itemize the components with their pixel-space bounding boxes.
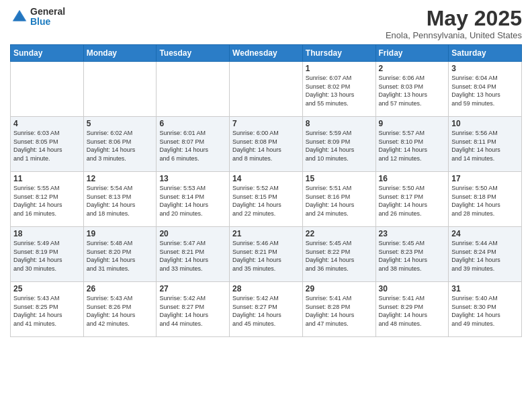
calendar-header-row: Sunday Monday Tuesday Wednesday Thursday… xyxy=(11,45,522,62)
day-number: 9 xyxy=(379,119,446,128)
day-number: 24 xyxy=(451,229,519,238)
day-info: Sunrise: 5:43 AM Sunset: 8:25 PM Dayligh… xyxy=(13,294,81,328)
table-row: 1Sunrise: 6:07 AM Sunset: 8:02 PM Daylig… xyxy=(302,62,375,117)
day-info: Sunrise: 5:53 AM Sunset: 8:14 PM Dayligh… xyxy=(159,184,226,218)
header-saturday: Saturday xyxy=(449,45,522,62)
day-info: Sunrise: 5:51 AM Sunset: 8:16 PM Dayligh… xyxy=(306,184,373,218)
day-info: Sunrise: 6:03 AM Sunset: 8:05 PM Dayligh… xyxy=(13,129,81,163)
day-number: 18 xyxy=(13,229,81,238)
day-info: Sunrise: 5:49 AM Sunset: 8:19 PM Dayligh… xyxy=(13,239,81,273)
day-info: Sunrise: 5:56 AM Sunset: 8:11 PM Dayligh… xyxy=(451,129,519,163)
header-tuesday: Tuesday xyxy=(157,45,230,62)
day-number: 31 xyxy=(451,284,519,293)
header-wednesday: Wednesday xyxy=(230,45,303,62)
day-number: 17 xyxy=(451,174,519,183)
day-info: Sunrise: 5:46 AM Sunset: 8:21 PM Dayligh… xyxy=(232,239,300,273)
day-number: 16 xyxy=(379,174,446,183)
day-info: Sunrise: 5:57 AM Sunset: 8:10 PM Dayligh… xyxy=(379,129,446,163)
day-number: 4 xyxy=(13,119,81,128)
calendar-table: Sunday Monday Tuesday Wednesday Thursday… xyxy=(10,44,522,337)
header-sunday: Sunday xyxy=(11,45,84,62)
table-row: 19Sunrise: 5:48 AM Sunset: 8:20 PM Dayli… xyxy=(83,227,157,282)
table-row: 25Sunrise: 5:43 AM Sunset: 8:25 PM Dayli… xyxy=(11,282,84,337)
table-row: 2Sunrise: 6:06 AM Sunset: 8:03 PM Daylig… xyxy=(375,62,449,117)
day-number: 11 xyxy=(13,174,81,183)
table-row: 5Sunrise: 6:02 AM Sunset: 8:06 PM Daylig… xyxy=(83,117,157,172)
table-row: 30Sunrise: 5:41 AM Sunset: 8:29 PM Dayli… xyxy=(375,282,449,337)
day-info: Sunrise: 6:01 AM Sunset: 8:07 PM Dayligh… xyxy=(159,129,226,163)
day-number: 1 xyxy=(306,64,373,73)
day-info: Sunrise: 5:41 AM Sunset: 8:28 PM Dayligh… xyxy=(306,294,373,328)
subtitle: Enola, Pennsylvania, United States xyxy=(386,30,522,40)
day-number: 27 xyxy=(159,284,226,293)
table-row: 14Sunrise: 5:52 AM Sunset: 8:15 PM Dayli… xyxy=(230,172,303,227)
table-row xyxy=(83,62,157,117)
day-number: 12 xyxy=(87,174,154,183)
day-number: 15 xyxy=(306,174,373,183)
day-number: 7 xyxy=(232,119,300,128)
table-row: 4Sunrise: 6:03 AM Sunset: 8:05 PM Daylig… xyxy=(11,117,84,172)
logo-icon xyxy=(10,7,29,26)
logo-blue: Blue xyxy=(30,17,65,27)
day-number: 8 xyxy=(306,119,373,128)
table-row: 7Sunrise: 6:00 AM Sunset: 8:08 PM Daylig… xyxy=(230,117,303,172)
day-number: 20 xyxy=(159,229,226,238)
calendar-week-3: 11Sunrise: 5:55 AM Sunset: 8:12 PM Dayli… xyxy=(11,172,522,227)
table-row: 29Sunrise: 5:41 AM Sunset: 8:28 PM Dayli… xyxy=(302,282,375,337)
table-row: 15Sunrise: 5:51 AM Sunset: 8:16 PM Dayli… xyxy=(302,172,375,227)
day-info: Sunrise: 5:50 AM Sunset: 8:17 PM Dayligh… xyxy=(379,184,446,218)
table-row: 23Sunrise: 5:45 AM Sunset: 8:23 PM Dayli… xyxy=(375,227,449,282)
day-info: Sunrise: 5:50 AM Sunset: 8:18 PM Dayligh… xyxy=(451,184,519,218)
day-info: Sunrise: 5:47 AM Sunset: 8:21 PM Dayligh… xyxy=(159,239,226,273)
calendar-week-5: 25Sunrise: 5:43 AM Sunset: 8:25 PM Dayli… xyxy=(11,282,522,337)
table-row: 10Sunrise: 5:56 AM Sunset: 8:11 PM Dayli… xyxy=(449,117,522,172)
table-row: 27Sunrise: 5:42 AM Sunset: 8:27 PM Dayli… xyxy=(157,282,230,337)
day-info: Sunrise: 5:43 AM Sunset: 8:26 PM Dayligh… xyxy=(87,294,154,328)
table-row: 26Sunrise: 5:43 AM Sunset: 8:26 PM Dayli… xyxy=(83,282,157,337)
table-row: 9Sunrise: 5:57 AM Sunset: 8:10 PM Daylig… xyxy=(375,117,449,172)
table-row: 28Sunrise: 5:42 AM Sunset: 8:27 PM Dayli… xyxy=(230,282,303,337)
calendar-week-2: 4Sunrise: 6:03 AM Sunset: 8:05 PM Daylig… xyxy=(11,117,522,172)
day-number: 10 xyxy=(451,119,519,128)
table-row: 20Sunrise: 5:47 AM Sunset: 8:21 PM Dayli… xyxy=(157,227,230,282)
day-number: 25 xyxy=(13,284,81,293)
day-number: 13 xyxy=(159,174,226,183)
header: General Blue May 2025 Enola, Pennsylvani… xyxy=(10,7,522,40)
table-row xyxy=(157,62,230,117)
day-info: Sunrise: 5:44 AM Sunset: 8:24 PM Dayligh… xyxy=(451,239,519,273)
day-number: 23 xyxy=(379,229,446,238)
table-row: 6Sunrise: 6:01 AM Sunset: 8:07 PM Daylig… xyxy=(157,117,230,172)
table-row: 16Sunrise: 5:50 AM Sunset: 8:17 PM Dayli… xyxy=(375,172,449,227)
day-number: 6 xyxy=(159,119,226,128)
day-number: 14 xyxy=(232,174,300,183)
calendar-week-1: 1Sunrise: 6:07 AM Sunset: 8:02 PM Daylig… xyxy=(11,62,522,117)
day-number: 22 xyxy=(306,229,373,238)
day-info: Sunrise: 6:02 AM Sunset: 8:06 PM Dayligh… xyxy=(87,129,154,163)
table-row: 8Sunrise: 5:59 AM Sunset: 8:09 PM Daylig… xyxy=(302,117,375,172)
header-monday: Monday xyxy=(83,45,157,62)
table-row: 12Sunrise: 5:54 AM Sunset: 8:13 PM Dayli… xyxy=(83,172,157,227)
day-info: Sunrise: 6:07 AM Sunset: 8:02 PM Dayligh… xyxy=(306,74,373,107)
day-info: Sunrise: 5:52 AM Sunset: 8:15 PM Dayligh… xyxy=(232,184,300,218)
day-info: Sunrise: 5:48 AM Sunset: 8:20 PM Dayligh… xyxy=(87,239,154,273)
day-number: 19 xyxy=(87,229,154,238)
page: General Blue May 2025 Enola, Pennsylvani… xyxy=(0,0,532,411)
table-row: 21Sunrise: 5:46 AM Sunset: 8:21 PM Dayli… xyxy=(230,227,303,282)
main-title: May 2025 xyxy=(386,7,522,30)
day-info: Sunrise: 5:41 AM Sunset: 8:29 PM Dayligh… xyxy=(379,294,446,328)
day-number: 5 xyxy=(87,119,154,128)
day-number: 28 xyxy=(232,284,300,293)
day-info: Sunrise: 5:42 AM Sunset: 8:27 PM Dayligh… xyxy=(159,294,226,328)
logo: General Blue xyxy=(10,7,65,28)
day-info: Sunrise: 5:54 AM Sunset: 8:13 PM Dayligh… xyxy=(87,184,154,218)
day-info: Sunrise: 5:45 AM Sunset: 8:22 PM Dayligh… xyxy=(306,239,373,273)
day-number: 21 xyxy=(232,229,300,238)
table-row: 22Sunrise: 5:45 AM Sunset: 8:22 PM Dayli… xyxy=(302,227,375,282)
day-info: Sunrise: 6:06 AM Sunset: 8:03 PM Dayligh… xyxy=(379,74,446,107)
table-row: 13Sunrise: 5:53 AM Sunset: 8:14 PM Dayli… xyxy=(157,172,230,227)
table-row: 24Sunrise: 5:44 AM Sunset: 8:24 PM Dayli… xyxy=(449,227,522,282)
day-info: Sunrise: 5:59 AM Sunset: 8:09 PM Dayligh… xyxy=(306,129,373,163)
day-number: 30 xyxy=(379,284,446,293)
day-info: Sunrise: 5:55 AM Sunset: 8:12 PM Dayligh… xyxy=(13,184,81,218)
day-info: Sunrise: 6:00 AM Sunset: 8:08 PM Dayligh… xyxy=(232,129,300,163)
